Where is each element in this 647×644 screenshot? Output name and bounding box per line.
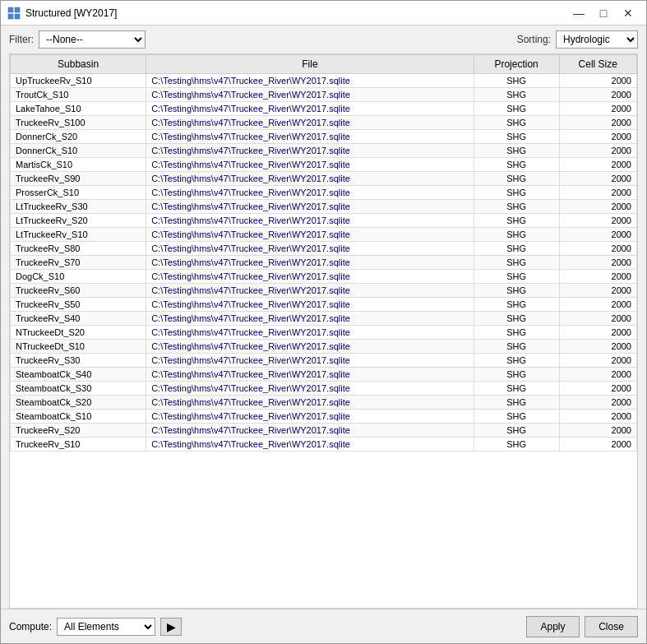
data-table: Subbasin File Projection Cell Size UpTru… <box>10 54 637 452</box>
maximize-button[interactable]: □ <box>592 4 615 22</box>
minimize-button[interactable]: — <box>567 4 590 22</box>
table-row[interactable]: TruckeeRv_S40C:\Testing\hms\v47\Truckee_… <box>11 312 637 326</box>
table-cell-16-3: 2000 <box>559 298 636 312</box>
col-header-cellsize: Cell Size <box>559 55 636 74</box>
table-cell-21-3: 2000 <box>559 368 636 382</box>
table-cell-21-0: SteamboatCk_S40 <box>11 368 146 382</box>
table-cell-8-0: ProsserCk_S10 <box>11 186 146 200</box>
table-cell-19-2: SHG <box>474 340 559 354</box>
table-cell-0-1: C:\Testing\hms\v47\Truckee_River\WY2017.… <box>146 74 474 88</box>
table-row[interactable]: TruckeeRv_S70C:\Testing\hms\v47\Truckee_… <box>11 256 637 270</box>
table-cell-22-3: 2000 <box>559 382 636 396</box>
table-row[interactable]: DonnerCk_S20C:\Testing\hms\v47\Truckee_R… <box>11 130 637 144</box>
table-cell-6-1: C:\Testing\hms\v47\Truckee_River\WY2017.… <box>146 158 474 172</box>
table-cell-18-1: C:\Testing\hms\v47\Truckee_River\WY2017.… <box>146 326 474 340</box>
table-row[interactable]: TruckeeRv_S10C:\Testing\hms\v47\Truckee_… <box>11 438 637 452</box>
table-cell-11-2: SHG <box>474 228 559 242</box>
table-row[interactable]: ProsserCk_S10C:\Testing\hms\v47\Truckee_… <box>11 186 637 200</box>
table-cell-4-3: 2000 <box>559 130 636 144</box>
table-cell-14-3: 2000 <box>559 270 636 284</box>
table-row[interactable]: LakeTahoe_S10C:\Testing\hms\v47\Truckee_… <box>11 102 637 116</box>
table-cell-11-3: 2000 <box>559 228 636 242</box>
table-header-row: Subbasin File Projection Cell Size <box>11 55 637 74</box>
app-icon <box>7 7 21 20</box>
table-cell-3-3: 2000 <box>559 116 636 130</box>
table-cell-4-1: C:\Testing\hms\v47\Truckee_River\WY2017.… <box>146 130 474 144</box>
filter-dropdown[interactable]: --None-- <box>39 30 146 49</box>
main-window: Structured [WY2017] — □ ✕ Filter: --None… <box>0 0 647 644</box>
table-row[interactable]: TruckeeRv_S60C:\Testing\hms\v47\Truckee_… <box>11 284 637 298</box>
close-window-button[interactable]: ✕ <box>617 4 640 22</box>
table-cell-25-0: TruckeeRv_S20 <box>11 424 146 438</box>
table-row[interactable]: MartisCk_S10C:\Testing\hms\v47\Truckee_R… <box>11 158 637 172</box>
table-cell-2-3: 2000 <box>559 102 636 116</box>
table-row[interactable]: TruckeeRv_S100C:\Testing\hms\v47\Truckee… <box>11 116 637 130</box>
table-cell-24-1: C:\Testing\hms\v47\Truckee_River\WY2017.… <box>146 410 474 424</box>
svg-rect-2 <box>8 14 13 19</box>
table-cell-26-1: C:\Testing\hms\v47\Truckee_River\WY2017.… <box>146 438 474 452</box>
table-cell-14-0: DogCk_S10 <box>11 270 146 284</box>
table-cell-4-0: DonnerCk_S20 <box>11 130 146 144</box>
close-button[interactable]: Close <box>585 616 638 637</box>
compute-dropdown[interactable]: All Elements <box>57 618 155 636</box>
table-row[interactable]: TroutCk_S10C:\Testing\hms\v47\Truckee_Ri… <box>11 88 637 102</box>
compute-section: Compute: All Elements ▶ <box>9 618 182 636</box>
table-cell-7-2: SHG <box>474 172 559 186</box>
table-cell-5-0: DonnerCk_S10 <box>11 144 146 158</box>
table-row[interactable]: DogCk_S10C:\Testing\hms\v47\Truckee_Rive… <box>11 270 637 284</box>
table-cell-5-2: SHG <box>474 144 559 158</box>
table-cell-18-0: NTruckeeDt_S20 <box>11 326 146 340</box>
table-cell-23-3: 2000 <box>559 396 636 410</box>
table-cell-11-0: LtTruckeeRv_S10 <box>11 228 146 242</box>
table-cell-24-3: 2000 <box>559 410 636 424</box>
table-cell-0-2: SHG <box>474 74 559 88</box>
table-cell-3-2: SHG <box>474 116 559 130</box>
table-cell-13-3: 2000 <box>559 256 636 270</box>
table-cell-2-0: LakeTahoe_S10 <box>11 102 146 116</box>
title-bar: Structured [WY2017] — □ ✕ <box>1 1 646 25</box>
table-cell-22-2: SHG <box>474 382 559 396</box>
table-row[interactable]: DonnerCk_S10C:\Testing\hms\v47\Truckee_R… <box>11 144 637 158</box>
toolbar: Filter: --None-- Sorting: Hydrologic Alp… <box>1 25 646 53</box>
table-cell-0-0: UpTruckeeRv_S10 <box>11 74 146 88</box>
table-cell-23-1: C:\Testing\hms\v47\Truckee_River\WY2017.… <box>146 396 474 410</box>
table-row[interactable]: SteamboatCk_S10C:\Testing\hms\v47\Trucke… <box>11 410 637 424</box>
compute-run-button[interactable]: ▶ <box>160 618 182 636</box>
table-cell-16-0: TruckeeRv_S50 <box>11 298 146 312</box>
table-cell-2-2: SHG <box>474 102 559 116</box>
table-cell-23-0: SteamboatCk_S20 <box>11 396 146 410</box>
table-row[interactable]: TruckeeRv_S50C:\Testing\hms\v47\Truckee_… <box>11 298 637 312</box>
table-cell-15-3: 2000 <box>559 284 636 298</box>
table-cell-18-2: SHG <box>474 326 559 340</box>
table-cell-15-0: TruckeeRv_S60 <box>11 284 146 298</box>
table-cell-14-2: SHG <box>474 270 559 284</box>
table-cell-8-1: C:\Testing\hms\v47\Truckee_River\WY2017.… <box>146 186 474 200</box>
table-row[interactable]: LtTruckeeRv_S20C:\Testing\hms\v47\Trucke… <box>11 214 637 228</box>
col-header-projection: Projection <box>474 55 559 74</box>
table-cell-6-3: 2000 <box>559 158 636 172</box>
table-cell-13-0: TruckeeRv_S70 <box>11 256 146 270</box>
table-row[interactable]: NTruckeeDt_S10C:\Testing\hms\v47\Truckee… <box>11 340 637 354</box>
table-row[interactable]: LtTruckeeRv_S30C:\Testing\hms\v47\Trucke… <box>11 200 637 214</box>
table-cell-8-3: 2000 <box>559 186 636 200</box>
table-cell-25-2: SHG <box>474 424 559 438</box>
table-row[interactable]: SteamboatCk_S20C:\Testing\hms\v47\Trucke… <box>11 396 637 410</box>
table-cell-16-1: C:\Testing\hms\v47\Truckee_River\WY2017.… <box>146 298 474 312</box>
table-cell-10-0: LtTruckeeRv_S20 <box>11 214 146 228</box>
table-cell-5-3: 2000 <box>559 144 636 158</box>
sorting-dropdown[interactable]: Hydrologic Alphabetic <box>556 30 638 49</box>
table-row[interactable]: NTruckeeDt_S20C:\Testing\hms\v47\Truckee… <box>11 326 637 340</box>
table-row[interactable]: TruckeeRv_S30C:\Testing\hms\v47\Truckee_… <box>11 354 637 368</box>
table-cell-26-2: SHG <box>474 438 559 452</box>
table-row[interactable]: LtTruckeeRv_S10C:\Testing\hms\v47\Trucke… <box>11 228 637 242</box>
table-row[interactable]: SteamboatCk_S30C:\Testing\hms\v47\Trucke… <box>11 382 637 396</box>
table-row[interactable]: TruckeeRv_S80C:\Testing\hms\v47\Truckee_… <box>11 242 637 256</box>
apply-button[interactable]: Apply <box>526 616 580 637</box>
table-row[interactable]: SteamboatCk_S40C:\Testing\hms\v47\Trucke… <box>11 368 637 382</box>
table-row[interactable]: UpTruckeeRv_S10C:\Testing\hms\v47\Trucke… <box>11 74 637 88</box>
window-title: Structured [WY2017] <box>25 7 117 19</box>
table-cell-12-1: C:\Testing\hms\v47\Truckee_River\WY2017.… <box>146 242 474 256</box>
table-row[interactable]: TruckeeRv_S20C:\Testing\hms\v47\Truckee_… <box>11 424 637 438</box>
table-row[interactable]: TruckeeRv_S90C:\Testing\hms\v47\Truckee_… <box>11 172 637 186</box>
table-cell-19-1: C:\Testing\hms\v47\Truckee_River\WY2017.… <box>146 340 474 354</box>
